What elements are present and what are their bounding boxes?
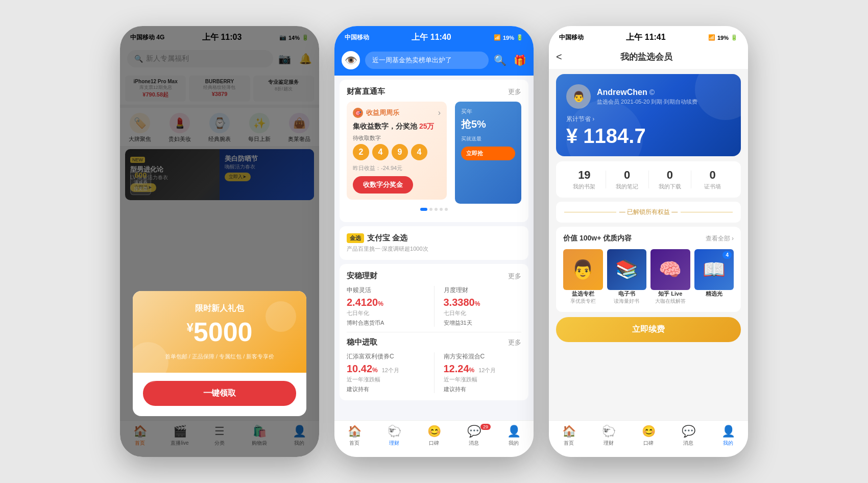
stable-more[interactable]: 更多 [508,272,521,281]
stable-section: 安稳理财 更多 申赎灵活 2.4120% 七日年化 博时合惠货币A 月度理财 [340,264,528,400]
income-card[interactable]: 🎯 收益周周乐 › 集收益数字，分奖池 25万 待收取数字 2 4 [347,102,447,200]
content-grid: 👨 盐选专栏 享优质专栏 📚 电子书 读海量好书 [563,249,734,305]
wealth-more[interactable]: 更多 [508,87,521,96]
dot-4 [445,208,448,211]
phone3-carrier: 中国移动 [559,33,584,42]
member-info: AndrewChen © 盐选会员 2021-05-20 到期·到期自动续费 [597,88,697,106]
collect-button[interactable]: 收数字分奖金 [353,176,413,194]
dot-3 [440,208,443,211]
cover-2-icon: 🧠 [659,259,682,280]
popup-currency: ¥ [186,320,193,334]
stat-certs[interactable]: 0 证书墙 [691,168,734,190]
popup-claim-button[interactable]: 一键领取 [143,381,296,406]
p2-mine-icon: 👤 [507,425,521,438]
stat-certs-num: 0 [691,168,734,182]
content-item-1[interactable]: 📚 电子书 读海量好书 [607,249,647,305]
p2-nav-home[interactable]: 🏠 首页 [334,425,374,447]
popup-amount: 5000 [194,317,253,347]
phone2-bottom-nav: 🏠 首页 🐑 理财 😊 口碑 💬 29 消息 👤 我的 [334,420,534,457]
cover-3: 4 📖 [694,249,734,290]
fund0-rate-value: 2.4120 [347,297,378,308]
wealth-express-card: 财富直通车 更多 🎯 收益周周乐 › 集 [340,80,528,222]
buy-sub: 买就送最 [461,135,515,142]
stable-fund-0[interactable]: 申赎灵活 2.4120% 七日年化 博时合惠货币A [347,286,425,327]
phone3-time: 上午 11:41 [626,32,665,43]
content-item-2[interactable]: 🧠 知乎 Live 大咖在线解答 [650,249,690,305]
steady-funds-row: 汇添富双利债券C 10.42% 12个月 近一年涨跌幅 建议持有 南方安裕混合C [347,352,521,393]
phone2-avatar: 👁️ [342,51,360,69]
p3-nav-messages-label: 消息 [683,440,693,447]
digits-label: 待收取数字 [353,134,441,142]
p2-nav-koubeic[interactable]: 😊 口碑 [414,425,454,447]
cover-3-icon: 📖 [703,259,726,280]
sfund0-name: 汇添富双利债券C [347,352,425,361]
content-item-3[interactable]: 4 📖 精选光 [694,249,734,305]
dot-0 [420,208,427,211]
sfund1-desc: 12个月 [478,367,496,374]
p2-nav-mine-label: 我的 [509,440,519,447]
p2-nav-mine[interactable]: 👤 我的 [494,425,534,447]
phone2-header: 👁️ 近一周基金热卖榜单出炉了 🔍 🎁 [334,47,534,76]
stat-bookshelf[interactable]: 19 我的书架 [563,168,606,190]
content-section-more[interactable]: 查看全部 › [706,234,734,243]
phone-3-zhihu: 中国移动 上午 11:41 📶 19% 🔋 < 我的盐选会员 👨 [549,26,748,457]
p2-nav-messages[interactable]: 💬 29 消息 [454,425,494,447]
steady-more[interactable]: 更多 [508,338,521,347]
content-name-3: 精选光 [694,290,734,298]
digit-2: 9 [392,144,408,160]
fund1-rate: 3.3380% [444,297,522,308]
stat-bookshelf-num: 19 [563,168,606,182]
search-button[interactable]: 🔍 [494,54,507,66]
p2-home-icon: 🏠 [348,425,361,438]
income-brand-name: 收益周周乐 [366,108,399,117]
cover-2: 🧠 [650,249,690,290]
p3-nav-koubei[interactable]: 😊 口碑 [629,425,668,447]
steady-fund-0[interactable]: 汇添富双利债券C 10.42% 12个月 近一年涨跌幅 建议持有 [347,352,425,393]
p3-nav-koubei-label: 口碑 [643,440,654,447]
stat-notes[interactable]: 0 我的笔记 [606,168,648,190]
income-brand: 🎯 收益周周乐 [353,108,399,118]
member-user-row: 👨 AndrewChen © 盐选会员 2021-05-20 到期·到期自动续费 [566,84,731,109]
content-item-0[interactable]: 👨 盐选专栏 享优质专栏 [563,249,603,305]
sfund0-desc: 12个月 [382,367,399,374]
gift-button[interactable]: 🎁 [514,54,526,66]
gold-title: 金选 支付宝 金选 [347,233,407,243]
steady-fund-1[interactable]: 南方安裕混合C 12.24% 12个月 近一年涨跌幅 建议持有 [444,352,522,393]
stat-downloads[interactable]: 0 我的下载 [649,168,691,190]
unlock-line-left [564,212,616,212]
gold-section: 金选 支付宝 金选 产品百里挑一·深度调研超1000次 [340,226,528,260]
popup-overlay: ✕ 限时新人礼包 ¥5000 首单包邮 / 正品保障 / 专属红包 / 新客专享… [120,26,319,457]
fund0-rate: 2.4120% [347,297,425,308]
fund0-label: 七日年化 [347,309,425,317]
notification-bar[interactable]: 近一周基金热卖榜单出炉了 [365,52,489,69]
p3-nav-wealth[interactable]: 🐑 理财 [589,425,629,447]
income-header: 🎯 收益周周乐 › [353,108,441,118]
back-button[interactable]: < [556,51,562,63]
popup-amount-display: ¥5000 [186,316,252,348]
savings-label[interactable]: 累计节省 › [566,115,731,124]
p3-nav-home[interactable]: 🏠 首页 [549,425,589,447]
fund1-label: 七日年化 [444,309,522,317]
stat-downloads-label: 我的下载 [649,183,691,190]
fund1-name: 月度理财 [444,286,522,295]
cover-0-icon: 👨 [571,259,594,280]
renew-button[interactable]: 立即续费 [556,317,741,342]
steady-header: 稳中进取 更多 [347,337,521,347]
stable-fund-1[interactable]: 月度理财 3.3380% 七日年化 安增益31天 [444,286,522,327]
sfund1-rate: 12.24% [444,363,475,375]
member-status: 盐选会员 2021-05-20 到期·到期自动续费 [597,98,697,106]
cover-1: 📚 [607,249,647,290]
buy-card[interactable]: 买年 抢5% 买就送最 立即抢 [455,102,521,204]
p3-mine-icon: 👤 [721,425,735,438]
p3-nav-messages[interactable]: 💬 消息 [668,425,708,447]
gold-sub: 产品百里挑一·深度调研超1000次 [347,245,521,253]
p2-nav-wealth[interactable]: 🐑 理财 [374,425,414,447]
content-name-0: 盐选专栏 [563,290,603,298]
digit-3: 4 [411,144,427,160]
income-highlight: 25万 [419,122,435,130]
dot-2 [435,208,438,211]
p3-nav-mine[interactable]: 👤 我的 [708,425,748,447]
p3-nav-home-label: 首页 [564,440,574,447]
buy-button[interactable]: 立即抢 [461,147,515,160]
p2-koubei-icon: 😊 [427,425,441,438]
